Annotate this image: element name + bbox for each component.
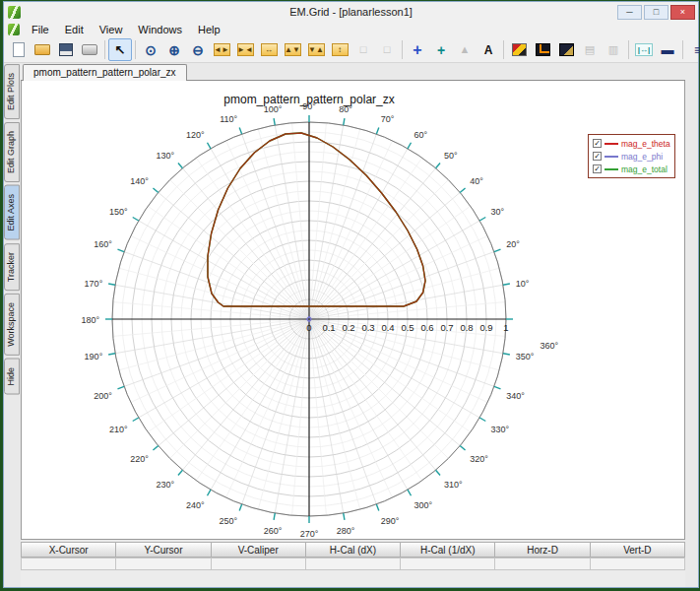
polar-chart[interactable]: 10°20°30°40°50°60°70°80°90°100°110°120°1…	[22, 81, 685, 539]
angle-label: 60°	[414, 130, 428, 140]
expand-x-button[interactable]: ◄►	[210, 38, 233, 61]
close-button[interactable]: ×	[670, 5, 695, 20]
minimize-button[interactable]: ─	[617, 5, 642, 20]
angle-tick	[133, 218, 139, 222]
status-value-x-cursor	[21, 558, 116, 570]
export-image-button[interactable]	[554, 38, 578, 61]
angle-label: 120°	[186, 130, 205, 140]
angle-tick	[274, 513, 275, 520]
layout-button[interactable]: ≡ Layout ▾	[686, 39, 700, 61]
menu-windows[interactable]: Windows	[130, 23, 190, 36]
color-settings-icon	[512, 43, 527, 56]
sidebar-tab-edit-plots[interactable]: Edit Plots	[4, 64, 20, 119]
menu-view[interactable]: View	[92, 23, 131, 36]
add-axis-marker-icon: +	[437, 43, 445, 57]
full-y-button[interactable]: ↕	[328, 38, 351, 61]
angle-label: 300°	[414, 500, 433, 510]
angle-label: 360°	[541, 341, 559, 351]
add-marker-button[interactable]: +	[406, 38, 429, 61]
legend-checkbox-mag-e-total[interactable]: ✓	[593, 164, 602, 173]
add-triangle-button[interactable]: ▲	[453, 38, 477, 61]
radial-tick-label: 0.6	[420, 322, 433, 333]
sidebar-tab-edit-graph[interactable]: Edit Graph	[4, 122, 20, 182]
angle-tick	[178, 470, 182, 475]
expand-y-button[interactable]: ▲▼	[281, 38, 304, 61]
color-settings-button[interactable]	[507, 38, 531, 61]
open-file-button[interactable]	[31, 38, 54, 61]
angle-label: 310°	[444, 480, 463, 490]
main-column: pmom_pattern_pattern_polar_zx pmom_patte…	[21, 63, 698, 587]
sidebar-tabs: Edit PlotsEdit GraphEdit AxesTrackerWork…	[4, 63, 21, 587]
radial-tick-label: 0.2	[342, 322, 354, 333]
line-width-button[interactable]: ▬	[656, 38, 679, 61]
sidebar-tab-workspace[interactable]: Workspace	[4, 294, 20, 356]
angle-tick	[408, 143, 412, 149]
autoscale-x-button[interactable]: |↔|	[632, 38, 656, 61]
polar-grid-spoke	[309, 319, 360, 509]
line-width-icon: ▬	[662, 43, 674, 56]
status-col-v-caliper[interactable]: V-Caliper	[211, 542, 306, 558]
zoom-window-button[interactable]: ⊙	[139, 38, 162, 61]
sidebar-tab-tracker[interactable]: Tracker	[4, 243, 20, 291]
zoom-out-button[interactable]: ⊖	[186, 38, 210, 61]
angle-tick	[376, 504, 378, 511]
angle-label: 160°	[94, 239, 112, 249]
angle-label: 170°	[85, 279, 103, 289]
full-x-button[interactable]: ↔	[257, 38, 281, 61]
angle-tick	[153, 188, 158, 192]
toolbar-separator	[104, 40, 105, 59]
status-col-h-cal-dx[interactable]: H-Cal (dX)	[305, 542, 401, 558]
next-view-button[interactable]: □	[375, 38, 399, 61]
print-button[interactable]	[78, 38, 101, 61]
sidebar-tab-hide[interactable]: Hide	[4, 359, 20, 395]
save-file-button[interactable]	[54, 38, 78, 61]
zoom-out-icon: ⊖	[192, 43, 204, 57]
shrink-y-button[interactable]: ▼▲	[304, 38, 328, 61]
full-x-icon: ↔	[261, 43, 278, 56]
status-value-vert-d	[590, 558, 685, 570]
toolbar: ↖⊙⊕⊖◄►►◄↔▲▼▼▲↕□□++▲A▤▥|↔|▬ ≡ Layout ▾	[4, 37, 698, 63]
menu-help[interactable]: Help	[190, 23, 228, 36]
add-triangle-icon: ▲	[460, 44, 471, 55]
status-col-x-cursor[interactable]: X-Cursor	[21, 542, 116, 558]
shrink-x-button[interactable]: ►◄	[233, 38, 257, 61]
status-col-vert-d[interactable]: Vert-D	[590, 542, 685, 558]
status-col-h-cal-1-dx[interactable]: H-Cal (1/dX)	[400, 542, 495, 558]
legend-checkbox-mag-e-phi[interactable]: ✓	[593, 152, 602, 161]
radial-tick-label: 1	[503, 322, 508, 333]
legend-label-mag-e-total: mag_e_total	[621, 164, 668, 174]
full-y-icon: ↕	[332, 43, 349, 56]
shift-up-button[interactable]: ▤	[578, 38, 602, 61]
shift-down-button[interactable]: ▥	[602, 38, 625, 61]
status-col-horz-d[interactable]: Horz-D	[494, 542, 590, 558]
angle-tick	[503, 284, 510, 285]
angle-tick	[503, 354, 510, 355]
status-value-h-cal-1-dx	[400, 558, 495, 570]
add-axis-marker-button[interactable]: +	[429, 38, 453, 61]
add-text-button[interactable]: A	[477, 38, 500, 61]
radial-tick-label: 0.5	[401, 322, 414, 333]
layout-lines-icon: ≡	[694, 43, 700, 57]
toolbar-separator	[628, 40, 629, 59]
menu-bar: FileEditViewWindowsHelp	[4, 22, 698, 37]
pointer-tool-button[interactable]: ↖	[108, 38, 132, 61]
legend-checkbox-mag-e-theta[interactable]: ✓	[593, 139, 602, 148]
export-image-icon	[559, 43, 574, 56]
sidebar-tab-edit-axes[interactable]: Edit Axes	[4, 185, 20, 240]
status-value-horz-d	[494, 558, 590, 570]
document-tab[interactable]: pmom_pattern_pattern_polar_zx	[23, 64, 187, 81]
new-file-button[interactable]	[7, 38, 31, 61]
menu-edit[interactable]: Edit	[57, 23, 92, 36]
angle-label: 270°	[300, 529, 319, 539]
content-area: Edit PlotsEdit GraphEdit AxesTrackerWork…	[4, 63, 698, 587]
add-marker-icon: +	[413, 42, 421, 58]
status-bar: X-CursorY-CursorV-CaliperH-Cal (dX)H-Cal…	[21, 542, 685, 570]
zoom-in-button[interactable]: ⊕	[162, 38, 186, 61]
menu-file[interactable]: File	[24, 23, 57, 36]
status-header-row: X-CursorY-CursorV-CaliperH-Cal (dX)H-Cal…	[21, 542, 685, 558]
graph-properties-button[interactable]	[531, 38, 554, 61]
maximize-button[interactable]: □	[644, 5, 668, 20]
angle-label: 110°	[220, 114, 237, 124]
prev-view-button[interactable]: □	[351, 38, 375, 61]
status-col-y-cursor[interactable]: Y-Cursor	[115, 542, 211, 558]
